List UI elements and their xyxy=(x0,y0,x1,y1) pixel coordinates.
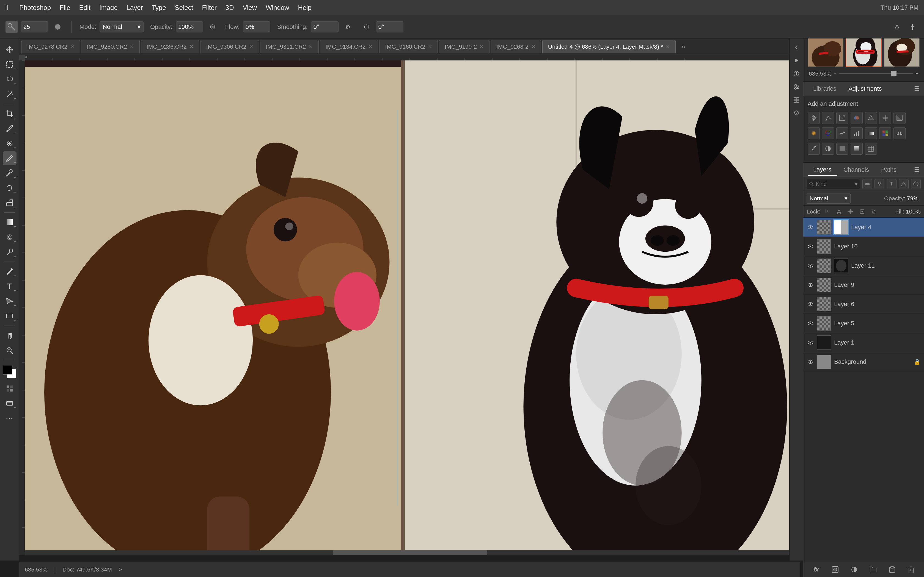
tab-img9286[interactable]: IMG_9286.CR2 ✕ xyxy=(141,40,199,53)
filter-smart-btn[interactable] xyxy=(911,179,921,189)
layer4-mask-thumb[interactable] xyxy=(834,220,848,234)
tab-img9311[interactable]: IMG_9311.CR2 ✕ xyxy=(260,40,319,53)
layer-item-layer1[interactable]: Layer 1 xyxy=(803,333,924,352)
apple-logo[interactable]:  xyxy=(5,3,8,12)
menu-window[interactable]: Window xyxy=(266,4,289,11)
menu-filter[interactable]: Filter xyxy=(202,4,217,11)
panel-icon-grid[interactable] xyxy=(791,95,802,105)
pen-tool[interactable]: ▾ xyxy=(3,264,16,278)
angle-icon[interactable] xyxy=(360,21,373,33)
mode-dropdown[interactable]: Normal ▾ xyxy=(100,21,144,32)
zoom-tool[interactable] xyxy=(3,343,16,357)
layer-item-layer4[interactable]: Layer 4 xyxy=(803,218,924,237)
hand-tool[interactable] xyxy=(3,329,16,342)
history-brush-tool[interactable]: ▾ xyxy=(3,181,16,195)
tab-close-img9286[interactable]: ✕ xyxy=(189,44,194,50)
angle-input[interactable]: 0° xyxy=(376,21,404,32)
brush-size-input[interactable]: 25 xyxy=(21,21,48,32)
brush-preview-icon[interactable] xyxy=(52,21,64,33)
tab-close-img9311[interactable]: ✕ xyxy=(309,44,313,50)
adj-vibrance-icon[interactable] xyxy=(851,112,863,124)
menu-view[interactable]: View xyxy=(243,4,257,11)
layer11-visibility-toggle[interactable] xyxy=(806,262,814,269)
layers-panel-options[interactable]: ☰ xyxy=(914,166,919,173)
menu-help[interactable]: Help xyxy=(298,4,312,11)
filter-type-btn[interactable]: T xyxy=(887,179,897,189)
tab-img9160[interactable]: IMG_9160.CR2 ✕ xyxy=(379,40,438,53)
adj-hsl-icon[interactable] xyxy=(865,112,877,124)
menu-file[interactable]: File xyxy=(60,4,70,11)
layer4-visibility-toggle[interactable] xyxy=(806,223,814,231)
opacity-airbrush-icon[interactable] xyxy=(207,21,219,33)
tab-paths[interactable]: Paths xyxy=(876,164,902,176)
move-tool[interactable] xyxy=(3,43,16,56)
tab-close-img9280[interactable]: ✕ xyxy=(130,44,134,50)
tab-adjustments[interactable]: Adjustments xyxy=(843,83,887,95)
tab-layers[interactable]: Layers xyxy=(808,164,837,176)
screen-mode-tool[interactable]: ▾ xyxy=(3,396,16,410)
foreground-color-swatch[interactable] xyxy=(3,365,12,374)
layer9-visibility-toggle[interactable] xyxy=(806,281,814,289)
adj-colorlookup-icon[interactable] xyxy=(836,127,848,139)
menu-type[interactable]: Type xyxy=(152,4,166,11)
nav-zoom-slider[interactable] xyxy=(839,73,913,74)
layer-search-field[interactable]: Kind ▾ xyxy=(806,179,860,189)
tab-img9278[interactable]: IMG_9278.CR2 ✕ xyxy=(21,40,80,53)
adj-pattern-fill-icon[interactable] xyxy=(865,143,877,155)
eyedropper-tool[interactable]: ▾ xyxy=(3,122,16,135)
adj-gradient-map-icon[interactable] xyxy=(865,127,877,139)
lasso-tool[interactable]: ▾ xyxy=(3,73,16,86)
layer-mask-btn[interactable] xyxy=(830,564,841,575)
symmetry-icon[interactable] xyxy=(906,21,919,33)
panel-icon-info[interactable] xyxy=(791,68,802,79)
layer-delete-btn[interactable] xyxy=(906,564,917,575)
layer10-visibility-toggle[interactable] xyxy=(806,243,814,250)
canvas-scroll-thumb-h[interactable] xyxy=(333,550,487,555)
blend-mode-dropdown[interactable]: Normal ▾ xyxy=(806,193,851,204)
adj-exposure-icon[interactable] xyxy=(836,112,848,124)
layer-item-background[interactable]: Background 🔒 xyxy=(803,352,924,371)
menu-3d[interactable]: 3D xyxy=(226,4,234,11)
tab-libraries[interactable]: Libraries xyxy=(808,83,842,95)
gradient-tool[interactable]: ▾ xyxy=(3,215,16,229)
adj-threshold-icon[interactable] xyxy=(893,127,906,139)
opacity-input[interactable]: 100% xyxy=(176,21,203,32)
layer-item-layer6[interactable]: Layer 6 xyxy=(803,295,924,314)
pressure-size-icon[interactable] xyxy=(891,21,903,33)
tab-img9306[interactable]: IMG_9306.CR2 ✕ xyxy=(200,40,259,53)
tab-close-img9278[interactable]: ✕ xyxy=(70,44,74,50)
opacity-value[interactable]: 79% xyxy=(907,195,921,201)
eraser-tool[interactable]: ▾ xyxy=(3,196,16,210)
tab-img9134[interactable]: IMG_9134.CR2 ✕ xyxy=(320,40,378,53)
panel-icon-sliders[interactable] xyxy=(791,81,802,92)
extra-tools[interactable]: ··· xyxy=(3,411,16,425)
stamp-tool[interactable]: ▾ xyxy=(3,166,16,180)
text-tool[interactable]: T ▾ xyxy=(3,279,16,293)
dodge-tool[interactable]: ▾ xyxy=(3,245,16,259)
menu-layer[interactable]: Layer xyxy=(126,4,143,11)
layer-new-btn[interactable] xyxy=(887,564,898,575)
canvas-content[interactable] xyxy=(25,60,800,555)
tab-close-img9160[interactable]: ✕ xyxy=(428,44,432,50)
adj-brightness-icon[interactable] xyxy=(808,112,820,124)
adj-levels-icon[interactable] xyxy=(851,127,863,139)
lock-art-btn[interactable] xyxy=(835,207,843,216)
adj-curves-icon[interactable] xyxy=(822,112,834,124)
brush-tool[interactable]: ▾ xyxy=(3,152,16,165)
tab-close-untitled4[interactable]: ✕ xyxy=(666,44,670,50)
layer-item-layer5[interactable]: Layer 5 xyxy=(803,314,924,333)
nav-thumb-3[interactable] xyxy=(884,34,919,67)
canvas-scrollbar-bottom[interactable] xyxy=(25,550,795,555)
selection-tool[interactable]: ▾ xyxy=(3,58,16,71)
panel-icon-play[interactable] xyxy=(791,55,802,66)
menu-edit[interactable]: Edit xyxy=(79,4,90,11)
lock-pixels-btn[interactable] xyxy=(823,207,832,216)
menu-image[interactable]: Image xyxy=(99,4,118,11)
nav-zoom-in-icon[interactable]: + xyxy=(916,71,919,77)
adj-photofilter-icon[interactable] xyxy=(808,127,820,139)
lock-all-btn[interactable] xyxy=(869,207,878,216)
path-selection-tool[interactable]: ▾ xyxy=(3,294,16,308)
tabs-overflow-button[interactable]: » xyxy=(678,41,689,52)
adj-colorbalance-icon[interactable] xyxy=(879,112,891,124)
layer-item-layer11[interactable]: Layer 11 xyxy=(803,256,924,275)
